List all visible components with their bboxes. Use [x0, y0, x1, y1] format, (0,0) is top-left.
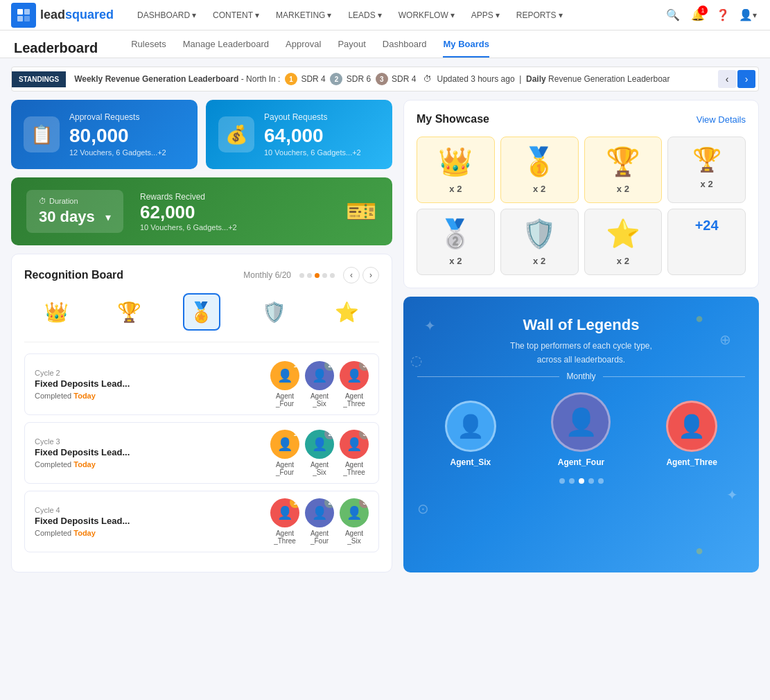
- medal-star[interactable]: ⭐: [329, 293, 366, 331]
- showcase-item-more[interactable]: +24: [667, 209, 746, 275]
- agent-six-c3: 👤 2 Agent_Six: [305, 430, 334, 476]
- wall-dot-3[interactable]: [579, 478, 584, 484]
- tab-dashboard[interactable]: Dashboard: [383, 39, 427, 58]
- tab-payout[interactable]: Payout: [338, 39, 365, 58]
- rank-1-circle: 1: [285, 73, 297, 85]
- wall-dot-4[interactable]: [588, 478, 594, 484]
- standings-prev-button[interactable]: ‹: [718, 70, 736, 88]
- wall-agent-six-avatar: 👤: [445, 401, 496, 452]
- wall-agent-three: 👤 Agent_Three: [666, 401, 717, 467]
- nav-workflow[interactable]: WORKFLOW ▾: [392, 8, 462, 23]
- tab-my-boards[interactable]: My Boards: [443, 39, 489, 58]
- standings-banner: STANDINGS Weekly Revenue Generation Lead…: [11, 67, 759, 91]
- nav-reports[interactable]: REPORTS ▾: [509, 8, 570, 23]
- wall-agent-four: 👤 Agent_Four: [551, 392, 611, 467]
- crown-showcase-icon: 👑: [438, 146, 473, 178]
- cycle-4-number: Cycle 4: [35, 506, 263, 514]
- help-button[interactable]: ❓: [712, 4, 734, 26]
- logo-icon: [11, 3, 36, 28]
- profile-button[interactable]: 👤 ▾: [737, 4, 759, 26]
- agent-four-c2: 👤 1 Agent_Four: [270, 361, 299, 408]
- agent-three-name-c3: Agent_Three: [343, 461, 365, 476]
- wall-agent-three-avatar: 👤: [666, 401, 717, 452]
- duration-box[interactable]: ⏱ Duration 30 days ▾: [26, 190, 123, 233]
- payout-sub: 10 Vouchers, 6 Gadgets...+2: [264, 148, 361, 157]
- tab-rulesets[interactable]: Rulesets: [131, 39, 166, 58]
- standings-badge: STANDINGS: [12, 71, 66, 87]
- decor-7: ●: [695, 310, 703, 326]
- svg-rect-1: [24, 9, 30, 15]
- medal-shield[interactable]: 🛡️: [256, 293, 293, 331]
- showcase-grid: 👑 x 2 🥇 x 2 🏆 x 2 🏆 x 2 🥈: [417, 137, 746, 275]
- wall-dot-2[interactable]: [569, 478, 575, 484]
- showcase-item-shield: 🛡️ x 2: [500, 209, 579, 275]
- nav-apps[interactable]: APPS ▾: [464, 8, 507, 23]
- agent-four-avatar-c2: 👤 1: [270, 361, 299, 390]
- showcase-item-crown: 👑 x 2: [417, 137, 495, 203]
- dot-4: [322, 273, 327, 278]
- cycle-3-name: Fixed Deposits Lead...: [35, 447, 263, 457]
- right-panel: My Showcase View Details 👑 x 2 🥇 x 2 🏆 x…: [403, 100, 759, 572]
- trophy-icon: 🏆: [110, 293, 148, 331]
- dot-2: [307, 273, 312, 278]
- payout-label: Payout Requests: [264, 112, 361, 122]
- approval-value: 80,000: [69, 125, 166, 147]
- rank-badge-3: 3: [359, 361, 369, 371]
- wall-dot-5[interactable]: [598, 478, 604, 484]
- cycle-2-number: Cycle 2: [35, 369, 263, 377]
- rewards-card: ⏱ Duration 30 days ▾ Rewards Recived 62,…: [11, 177, 392, 245]
- rank-badge-1: 1: [290, 430, 299, 439]
- tab-manage-leaderboard[interactable]: Manage Leaderboard: [183, 39, 269, 58]
- nav-marketing[interactable]: MARKETING ▾: [269, 8, 338, 23]
- agent-four-avatar-c4: 👤 2: [305, 498, 334, 527]
- showcase-item-medal-silver: 🥈 x 2: [417, 209, 495, 275]
- tab-approval[interactable]: Approval: [286, 39, 321, 58]
- cycle-4-name: Fixed Deposits Lead...: [35, 516, 263, 526]
- medal-trophy[interactable]: 🏆: [110, 293, 148, 331]
- view-details-link[interactable]: View Details: [697, 114, 746, 125]
- nav-dashboard[interactable]: DASHBOARD ▾: [130, 8, 203, 23]
- shield-showcase-icon: 🛡️: [522, 218, 557, 250]
- wall-pagination: [417, 478, 745, 484]
- agent-six-c4: 👤 3 Agent_Six: [340, 498, 369, 545]
- cycle-3-status: Completed Today: [35, 460, 263, 469]
- pagination-dots: [299, 273, 335, 278]
- cycle-4-agents: 👤 1 Agent_Three 👤 2 Agent_Four: [270, 498, 369, 545]
- cycle-2-agents: 👤 1 Agent_Four 👤 2 Agent_Six: [270, 361, 369, 408]
- board-next-button[interactable]: ›: [362, 267, 379, 283]
- agent-four-c4: 👤 2 Agent_Four: [305, 498, 334, 545]
- agent-six-avatar-c2: 👤 2: [305, 361, 334, 390]
- cycle-3-info: Cycle 3 Fixed Deposits Lead... Completed…: [35, 437, 263, 469]
- medal-gold-icon: 🏅: [183, 293, 220, 331]
- board-prev-button[interactable]: ‹: [343, 267, 360, 283]
- svg-rect-3: [24, 16, 30, 21]
- rewards-icon: 🎫: [346, 197, 377, 226]
- nav-content[interactable]: CONTENT ▾: [206, 8, 266, 23]
- payout-icon: 💰: [218, 116, 254, 152]
- medal-selected[interactable]: 🏅: [183, 293, 220, 331]
- logo[interactable]: leadsquared: [11, 3, 114, 28]
- clock-icon: ⏱: [423, 74, 432, 84]
- search-button[interactable]: 🔍: [662, 4, 684, 26]
- medal-crown[interactable]: 👑: [37, 293, 75, 331]
- notifications-button[interactable]: 🔔 1: [687, 4, 709, 26]
- rank-badge-3: 3: [359, 498, 369, 508]
- top-nav: leadsquared DASHBOARD ▾ CONTENT ▾ MARKET…: [0, 0, 770, 30]
- wall-dot-1[interactable]: [559, 478, 565, 484]
- rank-badge-1: 1: [290, 498, 299, 508]
- nav-leads[interactable]: LEADS ▾: [341, 8, 388, 23]
- chevron-down-icon: ▾: [105, 211, 111, 224]
- star-count: x 2: [617, 256, 629, 266]
- nav-tabs: Rulesets Manage Leaderboard Approval Pay…: [131, 39, 489, 58]
- rank-badge-1: 1: [290, 361, 299, 371]
- agent-four-c3: 👤 1 Agent_Four: [270, 430, 299, 476]
- agent-six-name-c3: Agent_Six: [310, 461, 329, 476]
- cycle-2-item: Cycle 2 Fixed Deposits Lead... Completed…: [24, 353, 379, 415]
- duration-value-row: 30 days ▾: [39, 208, 111, 226]
- approval-info: Approval Requests 80,000 12 Vouchers, 6 …: [69, 112, 166, 157]
- standings-next-button[interactable]: ›: [737, 70, 755, 88]
- wall-line-left: [417, 376, 559, 377]
- agent-four-name-c4: Agent_Four: [310, 530, 329, 545]
- board-controls: Monthly 6/20 ‹ ›: [243, 267, 379, 283]
- approval-card: 📋 Approval Requests 80,000 12 Vouchers, …: [11, 100, 198, 169]
